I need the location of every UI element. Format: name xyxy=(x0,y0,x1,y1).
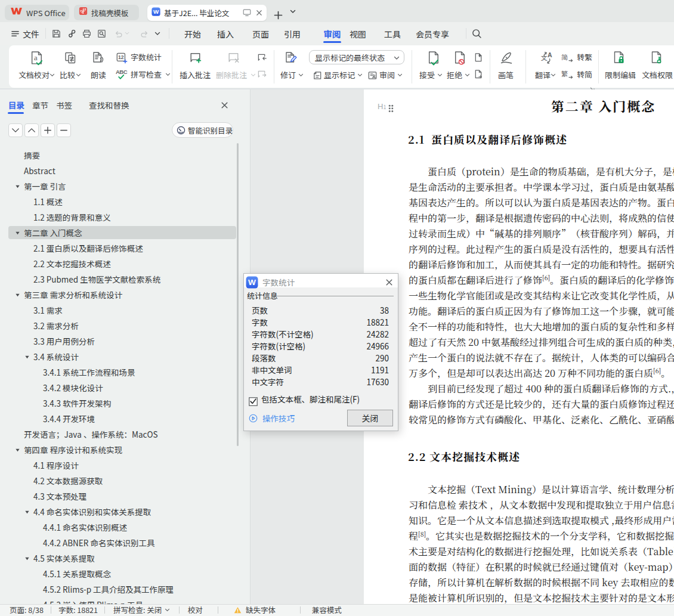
svg-text:W: W xyxy=(153,8,159,15)
svg-text:a: a xyxy=(34,53,38,62)
svg-text:ABC: ABC xyxy=(116,69,128,75)
svg-text:繁: 繁 xyxy=(561,69,568,78)
svg-text:A: A xyxy=(548,51,552,58)
svg-text:W: W xyxy=(248,278,256,287)
svg-text:简: 简 xyxy=(561,52,568,61)
svg-text:12: 12 xyxy=(118,54,124,60)
